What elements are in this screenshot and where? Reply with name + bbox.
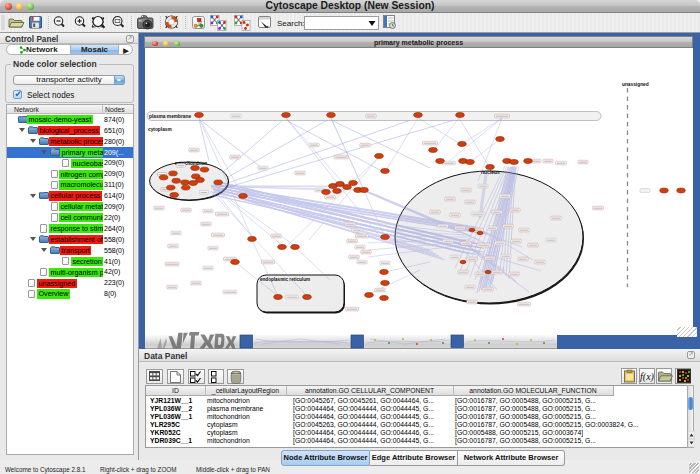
svg-text:cytoplasm: cytoplasm <box>148 127 172 132</box>
svg-text:unassigned: unassigned <box>622 82 649 87</box>
svg-text:f(x): f(x) <box>640 371 655 383</box>
svg-text:endoplasmic reticulum: endoplasmic reticulum <box>260 277 310 282</box>
svg-text:plasma membrane: plasma membrane <box>149 114 191 119</box>
